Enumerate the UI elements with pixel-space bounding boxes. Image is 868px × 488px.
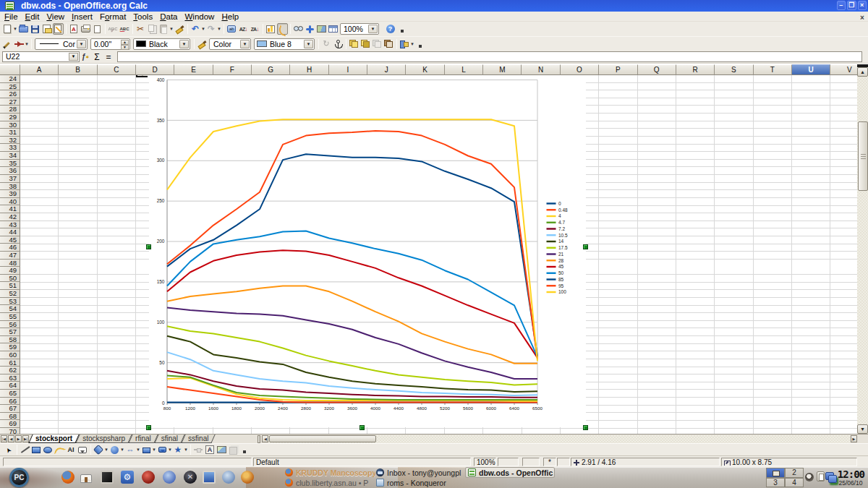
- horizontal-split-handle[interactable]: [258, 435, 260, 443]
- page-preview-button[interactable]: [92, 23, 103, 35]
- zoom-combobox[interactable]: 100%▼: [340, 23, 379, 35]
- pager-desktop-2[interactable]: 2: [785, 468, 804, 478]
- first-sheet-button[interactable]: |◀: [1, 435, 7, 442]
- auto-spellcheck-button[interactable]: ABC: [119, 23, 130, 35]
- show-draw-functions-button[interactable]: [277, 23, 288, 35]
- function-button[interactable]: =: [103, 51, 114, 62]
- name-box[interactable]: U22▼: [2, 51, 80, 62]
- zoom-dropdown-icon[interactable]: ▼: [368, 25, 378, 33]
- taskbar-window-button[interactable]: club.liberty.asn.au • P: [285, 478, 373, 487]
- bring-to-front-button[interactable]: [349, 38, 359, 50]
- alignment-button[interactable]: [399, 38, 410, 50]
- save-button[interactable]: [30, 23, 41, 35]
- symbol-shapes-dropdown-icon[interactable]: ▼: [120, 444, 124, 455]
- sheet-tab-ssfinal[interactable]: ssfinal: [182, 435, 215, 443]
- menu-data[interactable]: Data: [157, 12, 180, 22]
- next-sheet-button[interactable]: ▶: [15, 435, 22, 442]
- fill-color-combobox[interactable]: Blue 8▼: [254, 38, 315, 50]
- insert-mode-panel[interactable]: [498, 458, 519, 466]
- column-header-T[interactable]: T: [754, 64, 792, 75]
- row-header-37[interactable]: 37: [0, 175, 20, 183]
- column-header-L[interactable]: L: [445, 64, 483, 75]
- scroll-down-button[interactable]: ▼: [857, 424, 868, 434]
- paste-dropdown-icon[interactable]: ▼: [169, 23, 174, 35]
- stars-button[interactable]: ★: [173, 444, 184, 455]
- data-sources-button[interactable]: [328, 23, 339, 35]
- basic-shapes-dropdown-icon[interactable]: ▼: [104, 444, 109, 455]
- column-header-U[interactable]: U: [792, 64, 830, 75]
- fill-color-dropdown-icon[interactable]: ▼: [304, 40, 313, 48]
- print-button[interactable]: [80, 23, 91, 35]
- callout-shapes-dropdown-icon[interactable]: ▼: [168, 444, 172, 455]
- column-header-D[interactable]: D: [136, 64, 174, 75]
- last-sheet-button[interactable]: ▶|: [22, 435, 29, 442]
- redo-dropdown-icon[interactable]: ▼: [217, 23, 221, 35]
- taskbar-window-button[interactable]: KRUDDY Mancoscopy: [285, 468, 375, 477]
- name-box-dropdown-icon[interactable]: ▼: [69, 53, 78, 61]
- line-color-dropdown-icon[interactable]: ▼: [179, 40, 189, 48]
- menu-view[interactable]: View: [43, 12, 67, 22]
- quicklaunch-kde-control-icon[interactable]: ⚙: [121, 471, 134, 484]
- quicklaunch-display-icon[interactable]: [203, 471, 216, 484]
- function-wizard-button[interactable]: [80, 51, 91, 62]
- restore-button[interactable]: ❐: [847, 1, 856, 10]
- symbol-shapes-button[interactable]: [109, 444, 120, 455]
- pager-desktop-1[interactable]: [766, 468, 785, 478]
- vertical-scrollbar[interactable]: ▲ ▼: [857, 64, 868, 434]
- fill-style-dropdown-icon[interactable]: ▼: [240, 40, 250, 48]
- pager-desktop-4[interactable]: 4: [785, 478, 804, 488]
- sheet-tab-rfinal[interactable]: rfinal: [129, 435, 158, 443]
- picture-from-file-button[interactable]: [216, 444, 227, 455]
- quicklaunch-home-folder-icon[interactable]: [80, 474, 92, 483]
- width-down-icon[interactable]: ▼: [121, 45, 129, 50]
- menu-edit[interactable]: Edit: [22, 12, 43, 22]
- row-header-65[interactable]: 65: [0, 390, 20, 398]
- minimize-button[interactable]: –: [837, 1, 846, 10]
- text-button[interactable]: AI: [66, 444, 77, 455]
- column-header-Q[interactable]: Q: [638, 64, 676, 75]
- flowchart-button[interactable]: [141, 444, 152, 455]
- scroll-left-button[interactable]: ◀: [262, 435, 268, 442]
- tray-eye-icon[interactable]: [805, 473, 814, 481]
- find-replace-button[interactable]: [293, 23, 304, 35]
- sheet-tab-stocksport[interactable]: stocksport: [29, 435, 79, 443]
- scroll-right-button[interactable]: ▶: [851, 435, 857, 442]
- column-header-O[interactable]: O: [561, 64, 599, 75]
- edit-points-toggle-button[interactable]: [193, 444, 204, 455]
- quicklaunch-media-player-icon[interactable]: [142, 471, 155, 484]
- new-document-dropdown-icon[interactable]: ▼: [13, 23, 17, 35]
- open-file-button[interactable]: [18, 23, 29, 35]
- rectangle-button[interactable]: [31, 444, 42, 455]
- flowchart-dropdown-icon[interactable]: ▼: [152, 444, 156, 455]
- embedded-chart-object[interactable]: 0501001502002503003504008001200160018002…: [149, 75, 586, 427]
- sort-descending-button[interactable]: ZA: [250, 23, 260, 35]
- format-paintbrush-button[interactable]: [174, 23, 185, 35]
- select-all-corner[interactable]: [0, 64, 20, 75]
- row-header-42[interactable]: 42: [0, 213, 20, 221]
- width-up-icon[interactable]: ▲: [121, 40, 129, 45]
- scroll-up-button[interactable]: ▲: [857, 67, 868, 77]
- stars-dropdown-icon[interactable]: ▼: [184, 444, 188, 455]
- menu-file[interactable]: File: [1, 12, 21, 22]
- row-header-55[interactable]: 55: [0, 313, 20, 321]
- taskbar-window-button[interactable]: dbw.ods - OpenOffic: [466, 468, 554, 477]
- selection-handle-left[interactable]: [146, 244, 151, 249]
- taskbar-window-button[interactable]: roms - Konqueror: [376, 478, 448, 487]
- column-header-S[interactable]: S: [715, 64, 753, 75]
- zoom-panel[interactable]: 100%: [474, 458, 496, 466]
- close-document-icon[interactable]: ×: [860, 14, 867, 21]
- selection-handle-right[interactable]: [583, 244, 588, 249]
- export-as-pdf-button[interactable]: A: [69, 23, 80, 35]
- column-header-I[interactable]: I: [329, 64, 367, 75]
- column-header-J[interactable]: J: [367, 64, 406, 75]
- previous-sheet-button[interactable]: ◀: [8, 435, 14, 442]
- quicklaunch-system-tool-icon[interactable]: ✕: [184, 471, 197, 484]
- line-style-combobox[interactable]: Cor▼: [35, 38, 88, 50]
- menu-window[interactable]: Window: [182, 12, 218, 22]
- cell-grid[interactable]: 0501001502002503003504008001200160018002…: [20, 75, 857, 434]
- menu-tools[interactable]: Tools: [130, 12, 156, 22]
- alignment-dropdown-icon[interactable]: ▼: [410, 38, 414, 50]
- change-anchor-button[interactable]: [333, 38, 344, 50]
- hyperlink-button[interactable]: [226, 23, 237, 35]
- selection-handle-bottom-left[interactable]: [146, 425, 151, 430]
